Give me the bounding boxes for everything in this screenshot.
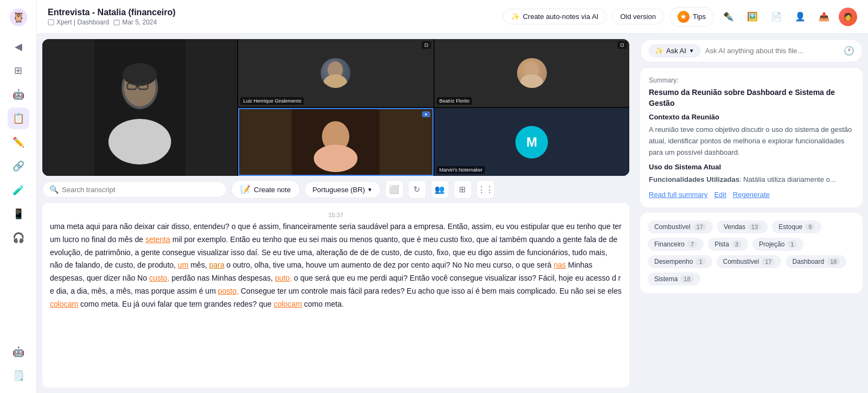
tag-badge[interactable]: Sistema18 [648, 272, 700, 286]
highlight-custo[interactable]: custo, [149, 274, 169, 282]
context-subtitle: Contexto da Reunião [649, 113, 854, 121]
tag-badge[interactable]: Vendas13 [717, 220, 768, 233]
user-icon-btn[interactable]: 👤 [791, 8, 809, 26]
tag-badge[interactable]: Pista3 [708, 238, 748, 251]
highlight-setenta[interactable]: setenta [145, 235, 170, 244]
history-icon[interactable]: 🕐 [844, 46, 854, 56]
header-meta: Xpert | Dashboard Mar 5, 2024 [48, 18, 176, 26]
highlight-posto[interactable]: posto, [218, 287, 239, 295]
caption-icon: ⬜ [389, 185, 399, 194]
svg-point-15 [323, 74, 347, 88]
sidebar-item-ai[interactable]: 🤖 [8, 84, 29, 105]
tag-count: 13 [748, 223, 761, 231]
share-icon: 📤 [819, 11, 829, 22]
tag-label: Financeiro [654, 240, 685, 248]
mobile-icon: 📱 [12, 208, 24, 220]
ask-ai-bar: ✨ Ask AI ▼ 🕐 [640, 39, 863, 62]
notes-icon: 📋 [12, 112, 24, 124]
highlight-puto[interactable]: puto, [275, 274, 292, 282]
sidebar-item-edit[interactable]: ✏️ [8, 131, 29, 153]
chevron-down-icon-ai: ▼ [689, 48, 694, 54]
tag-label: Dashboard [792, 258, 824, 265]
users-icon: 👥 [435, 185, 445, 194]
image-icon-btn[interactable]: 🖼️ [743, 8, 762, 26]
edit-summary-link[interactable]: Edit [714, 191, 726, 199]
read-full-summary-link[interactable]: Read full summary [649, 191, 707, 199]
video-cell-2: Luiz Henrique Giralemento ⊡ [238, 39, 433, 107]
create-note-button[interactable]: 📝 Create note [231, 180, 300, 199]
toolbar-icon-2[interactable]: ↻ [408, 180, 426, 199]
participant-name-5: Marvin's Notemaker [437, 166, 486, 174]
sidebar-item-lab[interactable]: 🧪 [8, 179, 29, 201]
tag-label: Combustível [723, 258, 760, 265]
ask-ai-button[interactable]: ✨ Ask AI ▼ [648, 44, 701, 58]
user-avatar[interactable]: 🧑 [839, 8, 857, 26]
sidebar-item-back[interactable]: ◀ [8, 36, 29, 58]
transcript-toolbar: 🔍 📝 Create note Portuguese (BR) ▼ ⬜ ↻ [37, 176, 635, 203]
svg-rect-3 [114, 20, 119, 25]
pip-icon: ⊡ [422, 41, 431, 49]
autonotes-button[interactable]: ✨ Create auto-notes via AI [503, 9, 607, 24]
tag-label: Vendas [724, 223, 745, 231]
edit-icon: ✏️ [12, 136, 24, 148]
highlight-um[interactable]: um [178, 261, 188, 269]
summary-actions: Read full summary Edit Regenerate [649, 191, 854, 199]
transcript-text: uma meta aqui para não deixar cair disso… [50, 220, 622, 311]
sidebar-item-notepad[interactable]: 🗒️ [8, 365, 29, 386]
tag-badge[interactable]: Combustível17 [717, 255, 782, 268]
svg-point-13 [108, 119, 171, 164]
highlight-colocam2[interactable]: colocam [273, 300, 302, 308]
sidebar-item-robot[interactable]: 🤖 [8, 341, 29, 363]
tag-label: Pista [714, 240, 729, 248]
pen-icon: ✒️ [723, 11, 734, 22]
tag-badge[interactable]: Estoque9 [772, 220, 821, 233]
robot-icon: 🤖 [12, 346, 24, 358]
highlight-para[interactable]: para [209, 261, 224, 269]
regenerate-summary-link[interactable]: Regenerate [733, 191, 770, 199]
breadcrumb[interactable]: Xpert | Dashboard [48, 18, 109, 26]
header-right: ✨ Create auto-notes via AI Old version ★… [503, 7, 857, 27]
tips-button[interactable]: ★ Tips [669, 7, 714, 27]
ask-ai-input[interactable] [705, 47, 839, 55]
sparkle-icon-ai: ✨ [655, 47, 663, 55]
tag-badge[interactable]: Dashboard18 [786, 255, 846, 268]
note-icon: 📝 [240, 185, 251, 194]
sidebar-item-notes[interactable]: 📋 [8, 107, 29, 129]
toolbar-icon-5[interactable]: ⋮⋮ [476, 180, 495, 199]
toolbar-icon-3[interactable]: 👥 [431, 180, 449, 199]
old-version-button[interactable]: Old version [612, 9, 664, 24]
section-title: Uso do Sistema Atual [649, 163, 854, 171]
tag-count: 7 [687, 240, 697, 248]
tag-badge[interactable]: Combustível17 [648, 220, 713, 233]
language-selector[interactable]: Portuguese (BR) ▼ [304, 181, 381, 198]
tag-badge[interactable]: Desempenho1 [648, 255, 712, 268]
sidebar-item-mobile[interactable]: 📱 [8, 203, 29, 225]
svg-point-20 [314, 145, 358, 172]
tag-badge[interactable]: Financeiro7 [648, 238, 704, 251]
highlight-colocam[interactable]: colocam [50, 300, 78, 308]
sidebar-item-home[interactable]: ⊞ [8, 60, 29, 81]
summary-title: Resumo da Reunião sobre Dashboard e Sist… [649, 87, 854, 109]
tag-badge[interactable]: Projeção1 [752, 238, 804, 251]
tag-count: 1 [787, 240, 797, 248]
transcript-timestamp: 15:37 [50, 212, 622, 218]
sidebar-item-headset[interactable]: 🎧 [8, 227, 29, 249]
share-icon-btn[interactable]: 📤 [815, 8, 833, 26]
summary-card: Summary: Resumo da Reunião sobre Dashboa… [640, 68, 863, 207]
toolbar-icon-4[interactable]: ⊞ [454, 180, 472, 199]
tags-card: Combustível17Vendas13Estoque9Financeiro7… [640, 213, 863, 293]
highlight-nas[interactable]: nas [554, 261, 566, 269]
app-logo[interactable]: 🦉 [8, 7, 29, 28]
pen-tool-icon-btn[interactable]: ✒️ [719, 8, 738, 26]
main-content: Entrevista - Natalia (financeiro) Xpert … [37, 0, 868, 393]
search-transcript-input[interactable] [62, 186, 220, 194]
sidebar-item-connections[interactable]: 🔗 [8, 155, 29, 177]
video-cell-main [42, 39, 237, 176]
document-icon-btn[interactable]: 📄 [767, 8, 786, 26]
search-transcript-box[interactable]: 🔍 [42, 181, 227, 198]
toolbar-icon-1[interactable]: ⬜ [385, 180, 404, 199]
page-title: Entrevista - Natalia (financeiro) [48, 8, 176, 17]
video-player[interactable]: 🔖 [42, 39, 629, 176]
transcript-content: 15:37 uma meta aqui para não deixar cair… [42, 203, 629, 388]
top-header: Entrevista - Natalia (financeiro) Xpert … [37, 0, 868, 34]
